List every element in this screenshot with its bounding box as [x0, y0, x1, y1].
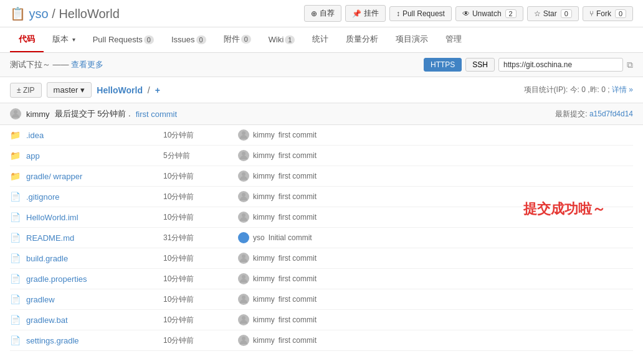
top-bar: 📋 yso / HelloWorld ⊕ 自荐 📌 挂件 ↕ Pull Requ… [0, 0, 643, 27]
folder-icon: 📁 [10, 130, 22, 140]
avatar [238, 314, 249, 325]
avatar [238, 191, 249, 202]
file-name: settings.gradle [26, 336, 163, 345]
avatar [238, 170, 249, 182]
tab-quality[interactable]: 质量分析 [337, 27, 387, 52]
avatar [238, 294, 249, 305]
breadcrumb: HelloWorld / + [97, 85, 160, 95]
file-icon: 📄 [10, 212, 22, 222]
zichuan-button[interactable]: ⊕ 自荐 [304, 5, 341, 22]
latest-label: 最新提交: [555, 110, 587, 118]
toolbar: ± ZIP master ▾ HelloWorld / + 项目统计(IP): … [0, 77, 643, 103]
file-name: .gitignore [26, 192, 163, 202]
file-icon: 📄 [10, 335, 22, 345]
tab-pullrequests[interactable]: Pull Requests0 [84, 29, 163, 52]
tab-attachment[interactable]: 附件0 [215, 27, 260, 52]
breadcrumb-add-link[interactable]: + [155, 85, 160, 95]
file-icon: 📄 [10, 294, 22, 304]
file-icon: 📄 [10, 192, 22, 202]
ssh-button[interactable]: SSH [465, 58, 495, 72]
table-row: 📄 gradlew.bat 10分钟前 kimmy first commit [10, 310, 633, 330]
tab-demo[interactable]: 项目演示 [387, 27, 437, 52]
guazai-button[interactable]: 📌 挂件 [345, 5, 386, 22]
https-button[interactable]: HTTPS [424, 58, 462, 72]
breadcrumb-repo-link[interactable]: HelloWorld [97, 85, 143, 95]
file-name: gradle.properties [26, 274, 163, 284]
tab-issues[interactable]: Issues0 [163, 29, 215, 52]
tab-stats[interactable]: 统计 [303, 27, 337, 52]
file-name: app [26, 151, 163, 161]
commit-bar-text: 最后提交于 5分钟前 . [55, 108, 131, 119]
tab-version[interactable]: 版本 ▾ [44, 27, 84, 52]
file-time: 10分钟前 [163, 130, 238, 141]
avatar [238, 150, 249, 161]
zip-button[interactable]: ± ZIP [10, 83, 42, 98]
file-list: 📁 .idea 10分钟前 kimmy first commit 📁 app 5… [0, 125, 643, 351]
table-row: 📄 settings.gradle 10分钟前 kimmy first comm… [10, 330, 633, 351]
file-author: kimmy first commit [238, 273, 633, 284]
file-time: 10分钟前 [163, 253, 238, 264]
commit-author: kimmy [26, 110, 50, 119]
svg-point-8 [242, 296, 245, 299]
yso-avatar [238, 232, 249, 243]
author-avatar [10, 108, 21, 119]
avatar [238, 253, 249, 264]
table-row: 📄 gradle.properties 10分钟前 kimmy first co… [10, 269, 633, 289]
file-time: 10分钟前 [163, 192, 238, 202]
file-icon: 📄 [10, 233, 22, 243]
tab-manage[interactable]: 管理 [437, 27, 470, 52]
svg-point-2 [242, 152, 245, 156]
file-name: .idea [26, 131, 163, 140]
repo-url-input[interactable] [498, 58, 623, 72]
file-author: kimmy first commit [238, 335, 633, 346]
file-author: kimmy first commit [238, 129, 633, 141]
file-time: 10分钟前 [163, 294, 238, 305]
file-time: 5分钟前 [163, 151, 238, 161]
file-author: kimmy first commit [238, 150, 633, 161]
svg-point-9 [242, 316, 245, 320]
avatar [238, 212, 249, 223]
see-more-link[interactable]: 查看更多 [71, 60, 103, 69]
table-row: 📄 build.gradle 10分钟前 kimmy first commit [10, 248, 633, 269]
file-time: 31分钟前 [163, 233, 238, 243]
file-icon: 📄 [10, 315, 22, 325]
avatar [238, 129, 249, 141]
avatar [238, 335, 249, 346]
fork-button[interactable]: ⑂ Fork0 [583, 6, 633, 21]
stats-detail-link[interactable]: 详情 » [612, 85, 633, 94]
owner-name[interactable]: yso [29, 7, 49, 21]
tab-code[interactable]: 代码 [10, 27, 44, 52]
file-time: 10分钟前 [163, 212, 238, 223]
repo-title: 📋 yso / HelloWorld [10, 6, 120, 21]
file-name: build.gradle [26, 254, 163, 263]
branch-dropdown-icon: ▾ [80, 85, 85, 95]
repo-name[interactable]: HelloWorld [59, 7, 119, 21]
star-button[interactable]: ☆ Star0 [527, 6, 579, 21]
svg-point-1 [242, 131, 245, 135]
file-time: 10分钟前 [163, 315, 238, 325]
file-author: yso Initial commit [238, 232, 633, 243]
copy-url-icon[interactable]: ⧉ [627, 60, 633, 70]
file-time: 10分钟前 [163, 171, 238, 182]
tab-wiki[interactable]: Wiki1 [260, 29, 304, 52]
file-time: 10分钟前 [163, 274, 238, 284]
top-actions: ⊕ 自荐 📌 挂件 ↕ Pull Request 👁 Unwatch2 ☆ St… [304, 5, 633, 22]
file-icon: 📄 [10, 253, 22, 263]
file-name: HelloWorld.iml [26, 213, 163, 222]
table-row: 📁 gradle/ wrapper 10分钟前 kimmy first comm… [10, 166, 633, 187]
table-row: 📁 .idea 10分钟前 kimmy first commit [10, 125, 633, 146]
pullrequest-button[interactable]: ↕ Pull Request [389, 6, 452, 21]
toolbar-right: 项目统计(IP): 今: 0 ,昨: 0 ; 详情 » [524, 85, 633, 95]
folder-icon: 📁 [10, 151, 22, 161]
file-author: kimmy first commit [238, 253, 633, 264]
info-bar: 测试下拉～ —— 查看更多 HTTPS SSH ⧉ [0, 53, 643, 77]
svg-point-6 [242, 254, 245, 258]
file-author: kimmy first commit [238, 314, 633, 325]
latest-hash-link[interactable]: a15d7fd4d14 [589, 110, 633, 118]
branch-selector[interactable]: master ▾ [47, 82, 92, 98]
unwatch-button[interactable]: 👁 Unwatch2 [455, 6, 523, 21]
commit-link[interactable]: first commit [136, 110, 177, 119]
file-author: kimmy first commit [238, 170, 633, 182]
success-message: 提交成功啦～ [523, 200, 606, 218]
svg-point-0 [14, 110, 17, 114]
